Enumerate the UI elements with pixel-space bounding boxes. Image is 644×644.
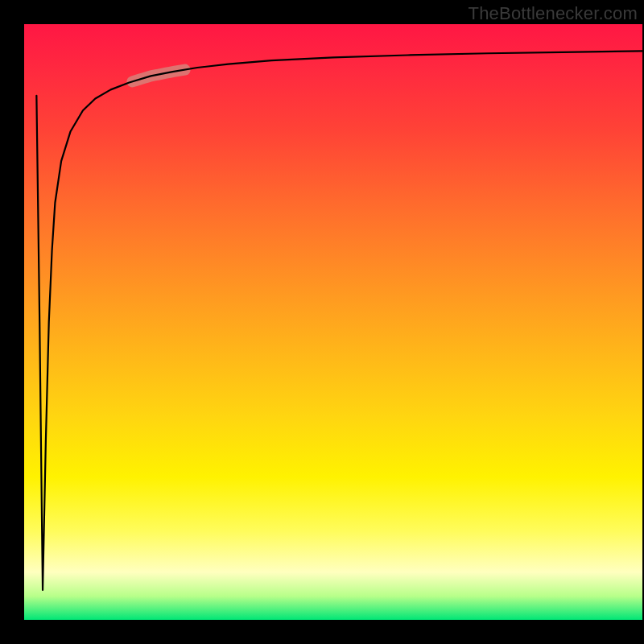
bottleneck-curve: [36, 51, 642, 590]
curve-svg: [24, 24, 642, 620]
plot-area: [24, 24, 642, 620]
chart-container: TheBottlenecker.com: [0, 0, 644, 644]
watermark-label: TheBottlenecker.com: [469, 3, 638, 24]
